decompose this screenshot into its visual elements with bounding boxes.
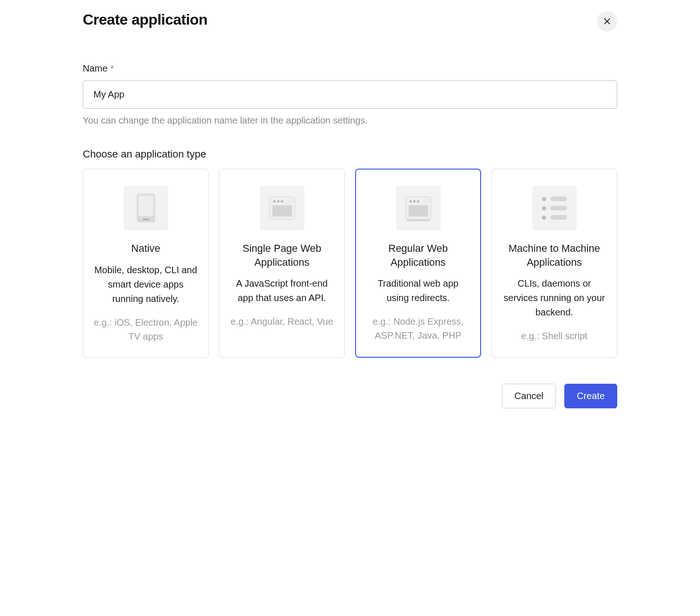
card-title: Native bbox=[131, 242, 160, 256]
name-helper-text: You can change the application name late… bbox=[83, 115, 617, 126]
card-example: e.g.: Shell script bbox=[521, 329, 587, 343]
card-example: e.g.: iOS, Electron, Apple TV apps bbox=[93, 315, 198, 343]
card-description: Mobile, desktop, CLI and smart device ap… bbox=[93, 263, 198, 306]
m2m-app-icon bbox=[532, 186, 577, 230]
app-type-card-spa[interactable]: Single Page Web Applications A JavaScrip… bbox=[219, 169, 345, 358]
card-title: Regular Web Applications bbox=[366, 242, 470, 269]
dialog-footer: Cancel Create bbox=[83, 384, 617, 408]
application-type-grid: Native Mobile, desktop, CLI and smart de… bbox=[83, 169, 617, 358]
card-description: Traditional web app using redirects. bbox=[366, 276, 470, 305]
close-button[interactable] bbox=[597, 11, 617, 32]
dialog-header: Create application bbox=[83, 11, 617, 32]
application-type-section: Choose an application type Native Mobile… bbox=[83, 148, 617, 358]
app-type-card-regular-web[interactable]: Regular Web Applications Traditional web… bbox=[355, 169, 481, 358]
name-section: Name * You can change the application na… bbox=[83, 63, 617, 126]
cancel-button[interactable]: Cancel bbox=[502, 384, 556, 408]
card-title: Single Page Web Applications bbox=[230, 242, 334, 269]
required-indicator: * bbox=[111, 64, 114, 73]
dialog-title: Create application bbox=[83, 11, 207, 28]
native-app-icon bbox=[124, 186, 168, 230]
name-input[interactable] bbox=[83, 80, 617, 109]
card-example: e.g.: Node.js Express, ASP.NET, Java, PH… bbox=[366, 315, 470, 342]
create-application-dialog: Create application Name * You can change… bbox=[83, 11, 617, 408]
card-example: e.g.: Angular, React, Vue bbox=[231, 315, 333, 328]
card-title: Machine to Machine Applications bbox=[502, 242, 607, 269]
close-icon bbox=[603, 17, 611, 26]
app-type-card-m2m[interactable]: Machine to Machine Applications CLIs, da… bbox=[491, 169, 617, 358]
card-description: A JavaScript front-end app that uses an … bbox=[230, 276, 334, 305]
application-type-label: Choose an application type bbox=[83, 148, 617, 160]
name-label: Name bbox=[83, 63, 107, 74]
create-button[interactable]: Create bbox=[564, 384, 617, 408]
spa-app-icon bbox=[260, 186, 304, 230]
card-description: CLIs, daemons or services running on you… bbox=[502, 276, 607, 320]
regular-web-app-icon bbox=[396, 186, 441, 230]
app-type-card-native[interactable]: Native Mobile, desktop, CLI and smart de… bbox=[83, 169, 209, 358]
name-label-row: Name * bbox=[83, 65, 114, 73]
